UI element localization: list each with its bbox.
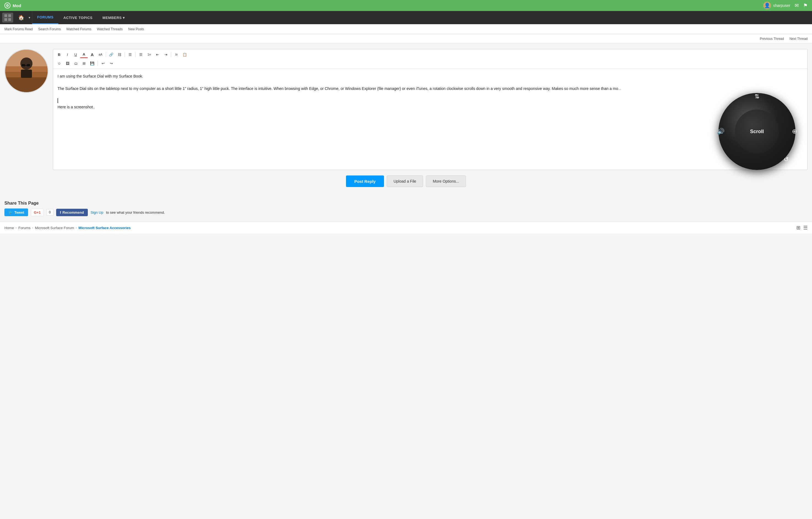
subnav-new-posts[interactable]: New Posts (128, 27, 144, 31)
dial-zoom-icon: ⊕ (792, 128, 797, 135)
subnav-mark-forums-read[interactable]: Mark Forums Read (4, 27, 33, 31)
tweet-button[interactable]: 🐦 Tweet (4, 209, 28, 216)
editor-toolbar: B I U A A aA 🔗 ⛓ ☰ ☰ 1≡ ⇤ ⇥ (53, 49, 807, 69)
bold-button[interactable]: B (55, 51, 63, 58)
gplus-count: 0 (47, 209, 53, 216)
menu-icon[interactable]: ☰ (803, 225, 808, 231)
mail-icon[interactable]: ✉ (795, 2, 799, 8)
nav-forums[interactable]: FORUMS (32, 11, 58, 24)
toolbar-sep-2 (125, 52, 125, 57)
list-ordered-button[interactable]: 1≡ (145, 51, 153, 58)
dial-center-label: Scroll (750, 129, 764, 134)
source-button[interactable]: 📋 (181, 51, 188, 58)
svg-rect-3 (8, 18, 11, 21)
font-size-button[interactable]: A (88, 51, 96, 58)
thread-nav: Previous Thread Next Thread (0, 34, 812, 43)
breadcrumb-forums[interactable]: Forums (19, 226, 31, 230)
editor-line2: Here is a screenshot.. (58, 105, 95, 109)
breadcrumb-ms-accessories[interactable]: Microsoft Surface Accessories (79, 226, 131, 230)
svg-rect-7 (5, 77, 48, 92)
underline-button[interactable]: U (72, 51, 80, 58)
user-info: 👤 sharpuser (763, 2, 790, 9)
svg-rect-2 (4, 18, 7, 21)
reply-area: B I U A A aA 🔗 ⛓ ☰ ☰ 1≡ ⇤ ⇥ (4, 49, 808, 170)
indent-increase-button[interactable]: ⇥ (162, 51, 170, 58)
font-small-button[interactable]: aA (97, 51, 104, 58)
post-actions: Post Reply Upload a File More Options... (4, 176, 808, 187)
share-section: Share This Page 🐦 Tweet G+1 0 f Recommen… (0, 201, 812, 216)
breadcrumb-bar: Home › Forums › Microsoft Surface Forum … (0, 222, 812, 234)
list-unordered-button[interactable]: ☰ (137, 51, 145, 58)
breadcrumb-ms-forum[interactable]: Microsoft Surface Forum (35, 226, 74, 230)
remove-format-button[interactable]: Ix (173, 51, 180, 58)
editor-content[interactable]: I am using the Surface Dial with my Surf… (53, 69, 807, 162)
nav-members[interactable]: MEMBERS ▾ (97, 11, 129, 24)
home-dropdown[interactable]: ▾ (27, 11, 32, 24)
gplus-button[interactable]: G+1 (31, 209, 44, 216)
site-name: Mod (13, 3, 21, 8)
sub-nav: Mark Forums Read Search Forums Watched F… (0, 24, 812, 34)
fb-recommend-button[interactable]: f Recommend (56, 209, 88, 216)
breadcrumb-sep-2: › (32, 226, 33, 230)
svg-rect-10 (27, 64, 30, 66)
undo-button[interactable]: ↩ (99, 60, 107, 67)
top-bar: ⚙ Mod 👤 sharpuser ✉ ⚑ (0, 0, 812, 11)
home-button[interactable]: 🏠 (16, 11, 27, 24)
emoji-button[interactable]: ☺ (55, 60, 63, 67)
svg-rect-0 (4, 14, 7, 17)
editor-container: B I U A A aA 🔗 ⛓ ☰ ☰ 1≡ ⇤ ⇥ (53, 49, 808, 170)
media-button[interactable]: 🗂 (72, 60, 80, 67)
cursor (58, 98, 58, 103)
breadcrumb: Home › Forums › Microsoft Surface Forum … (4, 226, 131, 230)
nav-logo (2, 13, 13, 23)
nav-bar: 🏠 ▾ FORUMS ACTIVE TOPICS MEMBERS ▾ (0, 11, 812, 24)
toolbar-sep-4 (171, 52, 171, 57)
italic-button[interactable]: I (64, 51, 71, 58)
breadcrumb-sep-1: › (16, 226, 17, 230)
user-avatar-container (4, 49, 49, 93)
post-reply-button[interactable]: Post Reply (346, 176, 384, 187)
subnav-search-forums[interactable]: Search Forums (38, 27, 61, 31)
username: sharpuser (773, 3, 790, 8)
main-content: B I U A A aA 🔗 ⛓ ☰ ☰ 1≡ ⇤ ⇥ (0, 43, 812, 192)
subnav-watched-threads[interactable]: Watched Threads (97, 27, 123, 31)
twitter-icon: 🐦 (8, 210, 13, 215)
svg-rect-9 (22, 64, 25, 66)
hierarchy-icon[interactable]: ⊞ (796, 225, 801, 231)
toolbar-sep-1 (106, 52, 106, 57)
save-draft-button[interactable]: 💾 (88, 60, 96, 67)
unlink-button[interactable]: ⛓ (116, 51, 123, 58)
svg-rect-12 (21, 69, 32, 78)
flag-icon[interactable]: ⚑ (803, 2, 808, 8)
dial-inner: ⇅ ⊕ ↺ 🔊 Scroll (735, 110, 779, 153)
align-button[interactable]: ☰ (126, 51, 134, 58)
more-options-button[interactable]: More Options... (426, 176, 466, 187)
table-button[interactable]: ⊞ (80, 60, 88, 67)
editor-line1: I am using the Surface Dial with my Surf… (58, 73, 803, 79)
image-button[interactable]: 🖼 (64, 60, 71, 67)
previous-thread-link[interactable]: Previous Thread (760, 37, 784, 41)
svg-point-8 (20, 58, 32, 69)
link-button[interactable]: 🔗 (107, 51, 115, 58)
user-avatar (4, 49, 49, 93)
redo-button[interactable]: ↪ (107, 60, 115, 67)
dial-volume-icon: 🔊 (717, 128, 724, 135)
dial-undo-icon: ↺ (784, 156, 789, 163)
svg-rect-11 (25, 65, 27, 66)
subnav-watched-forums[interactable]: Watched Forums (66, 27, 91, 31)
font-color-button[interactable]: A (80, 51, 88, 58)
editor-para1: The Surface Dial sits on the tabletop ne… (58, 86, 621, 91)
fb-signup-link[interactable]: Sign Up (91, 210, 103, 215)
nav-active-topics[interactable]: ACTIVE TOPICS (58, 11, 97, 24)
breadcrumb-home[interactable]: Home (4, 226, 14, 230)
next-thread-link[interactable]: Next Thread (789, 37, 808, 41)
share-title: Share This Page (4, 201, 808, 206)
share-description: to see what your friends recommend. (106, 210, 165, 215)
indent-decrease-button[interactable]: ⇤ (153, 51, 161, 58)
site-brand: ⚙ Mod (4, 2, 21, 8)
facebook-icon: f (60, 210, 61, 215)
breadcrumb-sep-3: › (76, 226, 77, 230)
svg-rect-1 (8, 14, 11, 17)
upload-file-button[interactable]: Upload a File (387, 176, 423, 187)
avatar: 👤 (763, 2, 771, 9)
